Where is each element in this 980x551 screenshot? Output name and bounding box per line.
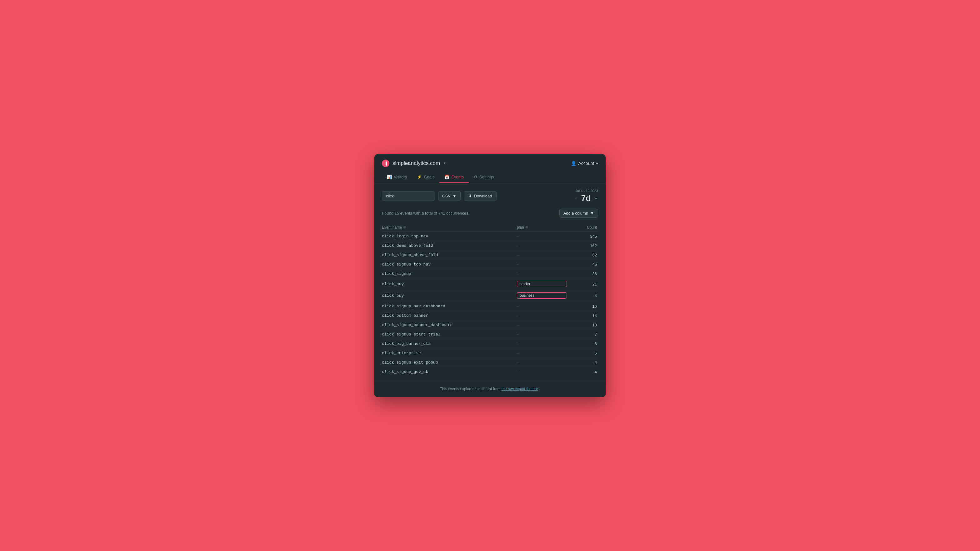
table-row: click_demo_above_fold – 162 — [382, 241, 598, 251]
site-chevron-icon: ▾ — [444, 161, 445, 165]
event-cell: click_buy — [382, 293, 517, 298]
table-row: click_signup_start_trial – 7 — [382, 330, 598, 339]
count-cell: 162 — [567, 243, 598, 248]
tab-visitors[interactable]: 📊 Visitors — [382, 171, 412, 183]
tab-events[interactable]: 📅 Events — [439, 171, 469, 183]
settings-icon: ⚙ — [474, 175, 477, 179]
content: CSV ▼ ⬇ Download Jul 4 - 10 2023 « 7d » — [374, 183, 606, 382]
toolbar-right: Jul 4 - 10 2023 « 7d » — [574, 189, 598, 203]
tab-settings[interactable]: ⚙ Settings — [469, 171, 499, 183]
count-cell: 4 — [567, 370, 598, 374]
col-header-event-name: Event name ⊗ — [382, 225, 517, 230]
main-window: ▐ simpleanalytics.com ▾ 👤 Account ▾ 📊 Vi… — [374, 154, 606, 397]
count-cell: 62 — [567, 253, 598, 257]
count-cell: 21 — [567, 282, 598, 286]
period-next-button[interactable]: » — [593, 195, 598, 201]
plan-badge-business: business — [517, 292, 567, 299]
nav-tabs: 📊 Visitors ⚡ Goals 📅 Events ⚙ Settings — [382, 171, 598, 183]
event-cell: click_signup_top_nav — [382, 262, 517, 267]
plan-cell: – — [517, 323, 567, 327]
plan-cell: – — [517, 234, 567, 239]
plan-cell: – — [517, 272, 567, 276]
toolbar: CSV ▼ ⬇ Download Jul 4 - 10 2023 « 7d » — [382, 189, 598, 203]
tab-goals[interactable]: ⚡ Goals — [412, 171, 439, 183]
plan-cell: – — [517, 253, 567, 257]
count-cell: 14 — [567, 313, 598, 318]
plan-cell: – — [517, 332, 567, 337]
plan-cell: – — [517, 341, 567, 346]
plan-badge-starter: starter — [517, 281, 567, 287]
plan-cell: – — [517, 304, 567, 309]
period-value: 7d — [581, 193, 590, 203]
plan-cell-highlighted: starter — [517, 281, 567, 288]
period-selector: « 7d » — [574, 193, 598, 203]
summary-bar: Found 15 events with a total of 741 occu… — [382, 209, 598, 218]
event-cell: click_demo_above_fold — [382, 243, 517, 248]
event-name-filter-icon[interactable]: ⊗ — [403, 225, 406, 229]
goals-icon: ⚡ — [417, 175, 422, 179]
site-name: simpleanalytics.com — [393, 160, 440, 167]
add-column-button[interactable]: Add a column ▼ — [559, 209, 598, 218]
footer-text-before: This events explorer is different from — [440, 387, 501, 391]
table-header: Event name ⊗ plan ⊗ Count — [382, 223, 598, 232]
count-cell: 36 — [567, 272, 598, 276]
period-prev-button[interactable]: « — [574, 195, 579, 201]
raw-export-link[interactable]: the raw export feature — [501, 387, 538, 391]
count-cell: 6 — [567, 341, 598, 346]
goals-label: Goals — [424, 175, 434, 179]
count-cell: 4 — [567, 293, 598, 298]
count-cell: 345 — [567, 234, 598, 239]
count-cell: 4 — [567, 360, 598, 365]
events-icon: 📅 — [444, 175, 449, 179]
search-input[interactable] — [382, 191, 435, 201]
count-col-label: Count — [587, 225, 597, 230]
table-row: click_login_top_nav – 345 — [382, 232, 598, 241]
event-cell: click_signup_nav_dashboard — [382, 304, 517, 309]
events-table: Event name ⊗ plan ⊗ Count click_login_to… — [382, 223, 598, 376]
add-column-label: Add a column — [563, 211, 589, 216]
event-cell: click_signup_above_fold — [382, 253, 517, 257]
plan-cell-highlighted: business — [517, 292, 567, 299]
account-button[interactable]: 👤 Account ▾ — [571, 161, 598, 166]
table-row: click_signup_above_fold – 62 — [382, 251, 598, 260]
date-range-label: Jul 4 - 10 2023 — [574, 189, 598, 193]
account-chevron-icon: ▾ — [596, 161, 598, 166]
event-cell: click_signup_banner_dashboard — [382, 323, 517, 327]
visitors-icon: 📊 — [387, 175, 392, 179]
plan-cell: – — [517, 313, 567, 318]
date-range: Jul 4 - 10 2023 « 7d » — [574, 189, 598, 203]
account-label: Account — [578, 161, 594, 166]
plan-cell: – — [517, 351, 567, 356]
count-cell: 7 — [567, 332, 598, 337]
count-cell: 16 — [567, 304, 598, 309]
settings-label: Settings — [479, 175, 494, 179]
event-cell: click_signup_exit_popup — [382, 360, 517, 365]
table-row: click_signup_banner_dashboard – 10 — [382, 321, 598, 330]
event-cell: click_login_top_nav — [382, 234, 517, 239]
col-header-count: Count — [567, 225, 598, 230]
visitors-label: Visitors — [394, 175, 407, 179]
event-cell: click_bottom_banner — [382, 313, 517, 318]
event-cell: click_signup_gov_uk — [382, 370, 517, 374]
count-cell: 10 — [567, 323, 598, 327]
toolbar-left: CSV ▼ ⬇ Download — [382, 191, 496, 201]
table-row: click_signup_nav_dashboard – 16 — [382, 302, 598, 311]
csv-dropdown[interactable]: CSV ▼ — [438, 191, 461, 201]
table-row: click_signup_top_nav – 45 — [382, 260, 598, 269]
add-column-icon: ▼ — [590, 211, 594, 216]
footer-text: This events explorer is different from t… — [382, 387, 598, 391]
plan-cell: – — [517, 243, 567, 248]
download-icon: ⬇ — [468, 194, 472, 198]
plan-cell: – — [517, 262, 567, 267]
download-button[interactable]: ⬇ Download — [464, 191, 497, 201]
csv-label: CSV — [442, 194, 450, 198]
logo-area[interactable]: ▐ simpleanalytics.com ▾ — [382, 160, 445, 167]
event-cell: click_signup_start_trial — [382, 332, 517, 337]
table-row: click_signup_exit_popup – 4 — [382, 358, 598, 367]
count-cell: 45 — [567, 262, 598, 267]
event-name-col-label: Event name — [382, 225, 402, 230]
plan-cell: – — [517, 370, 567, 374]
header: ▐ simpleanalytics.com ▾ 👤 Account ▾ 📊 Vi… — [374, 154, 606, 183]
footer: This events explorer is different from t… — [374, 382, 606, 397]
plan-filter-icon[interactable]: ⊗ — [525, 225, 528, 229]
